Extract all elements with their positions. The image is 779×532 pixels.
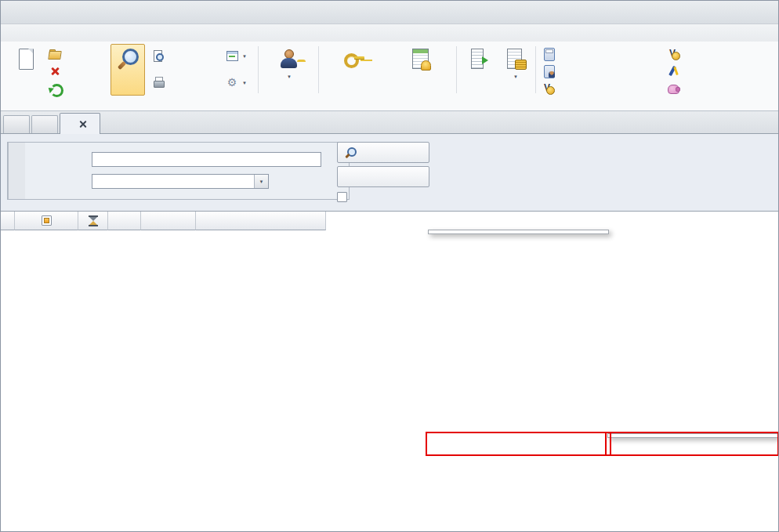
column-header-codigo-auxiliar[interactable]: [141, 212, 196, 230]
search-icon: [345, 147, 357, 159]
cobros-pagos-del-arrendador-button[interactable]: [540, 46, 664, 62]
abrir-button[interactable]: [46, 46, 111, 62]
mostrar-todos-button[interactable]: [337, 166, 429, 187]
hourglass-icon: [89, 215, 98, 226]
menubar-item-ayuda[interactable]: [136, 31, 158, 34]
impuestos-button[interactable]: [665, 63, 779, 79]
close-tab-icon[interactable]: [79, 120, 87, 128]
solicitar-filtro-checkbox[interactable]: [337, 192, 347, 202]
menu-bar: [1, 24, 778, 42]
tab-mis-comunicados-activos[interactable]: [31, 115, 58, 133]
facturas-submenu: [607, 433, 779, 438]
nombre-input[interactable]: [92, 152, 321, 167]
procesos-dropdown-button[interactable]: ⚙ ▼: [223, 74, 252, 90]
data-grid: [1, 211, 779, 532]
gear-icon: ⚙: [226, 76, 238, 89]
new-document-icon: [13, 46, 38, 71]
liquidaciones-icon: [668, 48, 680, 60]
printer-icon: [152, 76, 165, 89]
solicitar-filtro-row: [337, 192, 352, 202]
vista-previa-button[interactable]: [150, 48, 222, 63]
recibos-button[interactable]: [460, 44, 496, 96]
liquidaciones-pagos-pendie-button[interactable]: [665, 46, 779, 62]
chevron-down-icon: ▼: [242, 81, 247, 85]
menubar-item-configuracion-personal[interactable]: [114, 31, 136, 34]
report-icon: [226, 49, 238, 62]
buscar-button[interactable]: [337, 142, 429, 163]
grid-header-row: [1, 212, 779, 230]
propiedades-en-alquiler-button[interactable]: [322, 44, 386, 96]
chevron-down-icon: ▼: [287, 74, 292, 80]
chevron-down-icon[interactable]: [254, 175, 268, 188]
invoice-coins-icon: [503, 46, 528, 71]
piggy-bank-icon: [668, 82, 680, 95]
chevron-down-icon: ▼: [513, 74, 518, 80]
delete-icon: [49, 65, 61, 78]
content-area: [1, 134, 778, 532]
menubar-item-datos-basicos[interactable]: [26, 31, 48, 34]
tax-agency-icon: [668, 65, 680, 78]
cobros-anticipados-button[interactable]: [665, 81, 779, 96]
open-folder-icon: [49, 48, 61, 60]
tab-strip: [1, 111, 778, 134]
revisiones-y-certificados-button[interactable]: [388, 44, 454, 96]
actualizar-button[interactable]: [46, 81, 111, 96]
cobros-pagos-de-inquilinos-button[interactable]: [540, 63, 664, 79]
column-header-id-cliente[interactable]: [108, 212, 141, 230]
nuevo-button[interactable]: [7, 44, 45, 96]
tab-arrendadores[interactable]: [60, 113, 100, 134]
menubar-item-informes[interactable]: [4, 31, 26, 34]
tab-calendario[interactable]: [3, 115, 30, 133]
eliminar-button[interactable]: [46, 63, 111, 79]
preview-icon: [152, 49, 165, 62]
key-icon: [342, 46, 367, 71]
informes-dropdown-button[interactable]: ▼: [223, 48, 252, 63]
liquidaciones-icon: [542, 82, 555, 95]
liquidaciones-button[interactable]: [540, 81, 664, 96]
menubar-item-plantillas-de-texto[interactable]: [48, 31, 70, 34]
chevron-down-icon: ▼: [242, 54, 247, 59]
buscar-ribbon-button[interactable]: [111, 44, 145, 96]
person-key-icon: [277, 46, 302, 71]
refresh-icon: [49, 82, 61, 95]
buscar-por-group-label: [8, 143, 25, 199]
search-panel: [7, 142, 350, 200]
hourglass-column-header[interactable]: [78, 212, 108, 230]
calculator-icon: [542, 48, 555, 60]
select-all-checkbox[interactable]: [42, 215, 52, 226]
calculator-person-icon: [542, 65, 555, 78]
facturas-button[interactable]: ▼: [498, 44, 534, 96]
application-window: ▼ ⚙ ▼ ▼ ▼: [0, 0, 779, 532]
ribbon-separator: [456, 46, 457, 93]
column-header-tipo-de-arrendador[interactable]: [196, 212, 326, 230]
menubar-item-configuracion[interactable]: [92, 31, 114, 34]
select-all-header[interactable]: [15, 212, 78, 230]
arrendador-button[interactable]: ▼: [263, 44, 315, 96]
receipt-icon: [466, 46, 491, 71]
row-indicator-header[interactable]: [1, 212, 15, 230]
context-menu: [428, 230, 609, 234]
ribbon-separator: [535, 46, 536, 93]
search-icon: [115, 46, 140, 71]
ribbon-separator: [258, 46, 259, 93]
notebook-bell-icon: [408, 46, 433, 71]
ribbon-separator: [318, 46, 319, 93]
imprimir-button[interactable]: [150, 74, 222, 90]
arrendadores-select[interactable]: [92, 174, 269, 189]
title-bar: [1, 1, 778, 24]
ribbon: ▼ ⚙ ▼ ▼ ▼: [1, 42, 778, 111]
menubar-item-herramientas[interactable]: [70, 31, 92, 34]
